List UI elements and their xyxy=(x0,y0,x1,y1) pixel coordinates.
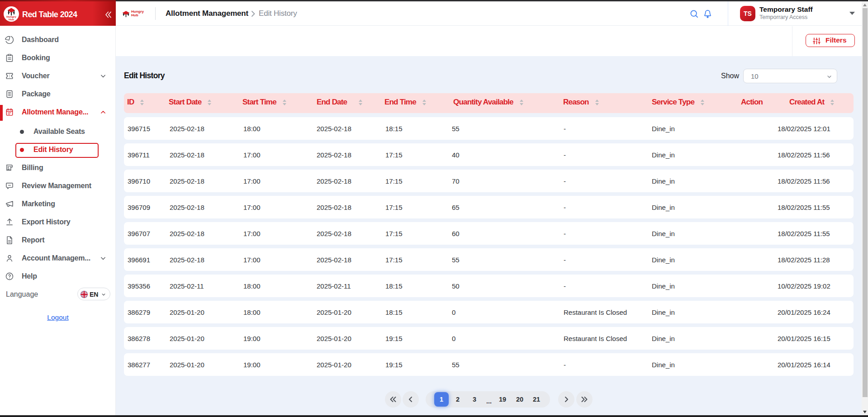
svg-text:Hub: Hub xyxy=(9,18,14,21)
